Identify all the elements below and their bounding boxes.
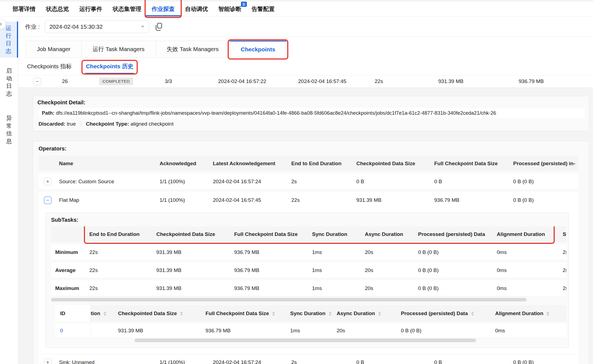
col-alignment-duration: Alignment Duration	[497, 226, 563, 242]
value-processed: 0 B (0 B)	[418, 267, 497, 273]
header-text: Checkpointed Data Size	[118, 310, 177, 316]
nav-tab-run-events[interactable]: 运行事件	[79, 1, 102, 16]
tab-checkpoints[interactable]: Checkpoints	[230, 41, 286, 58]
expand-row-button[interactable]: +	[44, 178, 51, 185]
value-async: 20s	[337, 328, 401, 334]
top-navigation: 部署详情 状态总览 运行事件 状态集管理 作业探查 自动调优 智能诊断 新 告警…	[0, 1, 593, 17]
nav-tab-status-overview[interactable]: 状态总览	[46, 1, 69, 16]
minus-icon: −	[46, 197, 49, 203]
plus-icon: +	[46, 360, 49, 364]
collapse-row-button[interactable]: −	[44, 197, 51, 204]
operator-processed: 0 B (0 B)	[513, 197, 578, 203]
checkpoint-acknowledged: 3/3	[165, 78, 218, 84]
nav-tab-deployment-detail[interactable]: 部署详情	[13, 1, 36, 16]
path-value: dfs://ea119blinkcptssd1--cn-shanghai/tmp…	[56, 110, 496, 116]
operator-full-size: 0 B	[434, 179, 513, 185]
body: › 运行日志 启动日志 异常信息 作业 : 2024-02-04 15:30:3…	[0, 17, 593, 364]
copy-button[interactable]	[155, 23, 163, 31]
expand-row-button[interactable]: +	[44, 359, 51, 364]
row-label: Minimum	[51, 249, 89, 255]
value-alignment: 0ms	[497, 249, 563, 255]
col-full-size[interactable]: Full Checkpoint Data Size	[206, 305, 290, 322]
operator-name: Sink: Unnamed	[59, 359, 160, 364]
value-processed: 0 B (0 B)	[401, 328, 495, 334]
checkpoint-trigger-time: 2024-02-04 16:57:22	[218, 78, 298, 84]
checkpoint-id: 26	[53, 78, 99, 84]
subtask-detail-table: ID tion Checkpointed Data Size	[55, 305, 566, 343]
sort-icon	[471, 312, 474, 316]
col-checkpointed-size: Checkpointed Data Size	[356, 156, 434, 171]
operators-table: Name Acknowledged Latest Acknowledgement…	[39, 156, 578, 364]
log-sidebar: › 运行日志 启动日志 异常信息	[0, 17, 18, 364]
operator-full-size: 0 B	[434, 359, 513, 364]
sidebar-item-label: 异常信息	[6, 114, 12, 145]
nav-tab-intelligent-diagnosis[interactable]: 智能诊断 新	[218, 1, 241, 16]
sidebar-item-startup-log[interactable]: 启动日志	[0, 64, 18, 100]
header-text: Alignment Duration	[495, 310, 543, 316]
manager-tabs: Job Manager 运行 Task Managers 失效 Task Man…	[26, 41, 593, 58]
operator-e2e: 2s	[291, 179, 356, 185]
header-text: Processed (persisted) Data	[401, 310, 468, 316]
checkpoint-e2e-duration: 22s	[375, 78, 438, 84]
operator-name: Source: Custom Source	[59, 179, 160, 185]
checkpoint-type-label: Checkpoint Type:	[86, 121, 129, 127]
nav-tab-job-exploration[interactable]: 作业探查	[152, 1, 175, 16]
col-sync-duration[interactable]: Sync Duration	[290, 305, 337, 322]
nav-tab-label: 运行事件	[79, 5, 102, 13]
value-start-delay: 2s	[563, 249, 566, 255]
tab-job-manager[interactable]: Job Manager	[26, 41, 82, 58]
subtab-checkpoints-metrics[interactable]: Checkpoints 指标	[27, 60, 72, 75]
subtasks-title: SubTasks:	[51, 217, 568, 223]
nav-tab-label: 自动调优	[185, 5, 208, 13]
nav-tab-auto-tuning[interactable]: 自动调优	[185, 1, 208, 16]
horizontal-scrollbar-thumb[interactable]	[51, 298, 527, 301]
active-tab-underline	[145, 15, 181, 16]
minus-icon: −	[36, 79, 39, 84]
subtasks-maximum-row: Maximum 22s 931.39 MB 936.79 MB 1ms 20s …	[51, 280, 566, 296]
col-sync-duration: Sync Duration	[312, 226, 365, 242]
nav-tab-alert-config[interactable]: 告警配置	[252, 1, 275, 16]
operator-processed: 0 B (0 B)	[513, 359, 578, 364]
col-acknowledged: Acknowledged	[160, 156, 213, 171]
col-checkpointed-size[interactable]: Checkpointed Data Size	[118, 305, 206, 322]
subtask-detail-header: ID tion Checkpointed Data Size	[55, 305, 566, 322]
sort-icon	[180, 312, 183, 316]
operator-acknowledged: 1/1 (100%)	[160, 179, 213, 185]
sidebar-item-exception-info[interactable]: 异常信息	[0, 112, 18, 148]
chevron-right-icon: ›	[0, 20, 2, 28]
collapse-row-button[interactable]: −	[34, 78, 41, 85]
value-e2e: 22s	[89, 267, 156, 273]
tab-running-task-managers[interactable]: 运行 Task Managers	[81, 41, 156, 58]
sidebar-item-label: 运行日志	[5, 24, 11, 55]
col-processed-data[interactable]: Processed (persisted) Data	[401, 305, 495, 322]
row-label: Maximum	[51, 285, 89, 291]
checkpoint-detail-panel: Checkpoint Detail: Path: dfs://ea119blin…	[33, 96, 589, 131]
col-async-duration[interactable]: Async Duration	[337, 305, 401, 322]
value-sync: 1ms	[312, 285, 365, 291]
operator-e2e: 22s	[291, 197, 356, 203]
col-e2e-duration-clipped[interactable]: tion	[91, 305, 118, 322]
operator-e2e: 2s	[291, 359, 356, 364]
caret-down-icon	[141, 26, 145, 28]
horizontal-scrollbar-thumb[interactable]	[134, 339, 476, 342]
tab-failed-task-managers[interactable]: 失效 Task Managers	[155, 41, 230, 58]
tab-label: Checkpoints	[241, 46, 275, 53]
value-e2e: 22s	[89, 249, 156, 255]
nav-tab-stateset-management[interactable]: 状态集管理	[113, 1, 141, 16]
discarded-value: true	[67, 121, 76, 127]
checkpoint-expanded-area: Checkpoint Detail: Path: dfs://ea119blin…	[18, 88, 593, 364]
operator-ckpt-size: 931.39 MB	[356, 197, 434, 203]
header-text: Async Duration	[337, 310, 375, 316]
checkpoint-full-size: 936.79 MB	[519, 78, 593, 84]
col-alignment-duration[interactable]: Alignment Duration	[495, 305, 563, 322]
subtask-row-0: 0 931.39 MB 936.79 MB 1ms 20s 0 B (0 B) …	[55, 323, 566, 338]
value-start-delay: 2s	[563, 285, 566, 291]
main-content: 作业 : 2024-02-04 15:30:32 Job Manager 运行 …	[18, 17, 593, 364]
value-processed: 0 B (0 B)	[418, 285, 497, 291]
job-select-dropdown[interactable]: 2024-02-04 15:30:32	[45, 20, 149, 33]
value-alignment: 0ms	[497, 285, 563, 291]
operators-header-row: Name Acknowledged Latest Acknowledgement…	[39, 156, 578, 171]
col-full-size: Full Checkpoint Data Size	[234, 226, 312, 242]
subtask-id-link[interactable]: 0	[60, 328, 63, 334]
subtab-checkpoints-history[interactable]: Checkpoints 历史	[85, 60, 134, 75]
